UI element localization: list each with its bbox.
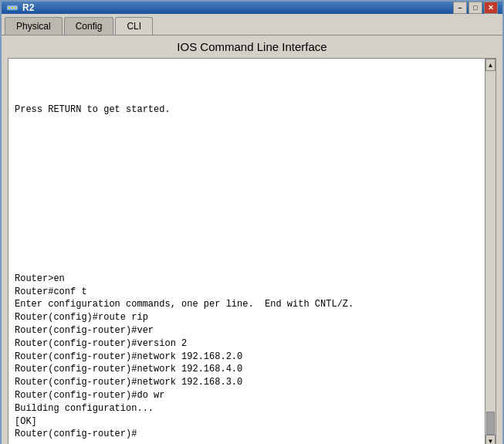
terminal-container: Press RETURN to get started. Router>en R…: [8, 58, 496, 444]
page-title: IOS Command Line Interface: [8, 40, 496, 53]
close-button[interactable]: ✕: [484, 2, 498, 14]
scroll-thumb[interactable]: [486, 412, 495, 435]
main-window: R2 – □ ✕ Physical Config CLI IOS Command…: [0, 0, 504, 444]
tab-cli[interactable]: CLI: [115, 17, 153, 35]
svg-point-3: [15, 7, 16, 8]
title-left: R2: [6, 2, 34, 14]
scrollbar[interactable]: ▲ ▼: [485, 59, 496, 444]
scroll-up-button[interactable]: ▲: [485, 59, 496, 71]
scroll-track[interactable]: [485, 71, 496, 435]
maximize-button[interactable]: □: [468, 2, 482, 14]
terminal-output[interactable]: Press RETURN to get started. Router>en R…: [8, 59, 485, 444]
svg-point-1: [8, 7, 10, 8]
minimize-button[interactable]: –: [453, 2, 467, 14]
tab-config[interactable]: Config: [64, 17, 114, 35]
window-title: R2: [22, 2, 34, 13]
title-bar: R2 – □ ✕: [2, 2, 502, 14]
content-area: IOS Command Line Interface Press RETURN …: [2, 35, 502, 444]
scroll-down-button[interactable]: ▼: [485, 435, 496, 444]
tab-physical[interactable]: Physical: [5, 17, 63, 35]
title-controls: – □ ✕: [453, 2, 498, 14]
app-icon: [6, 2, 19, 14]
svg-point-2: [12, 7, 13, 8]
tabs-row: Physical Config CLI: [2, 14, 502, 35]
